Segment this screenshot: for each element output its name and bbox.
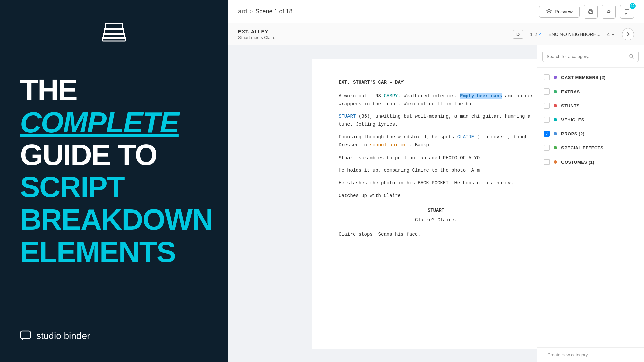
breadcrumb: ard > Scene 1 of 18 (238, 8, 539, 15)
scene-day-code[interactable]: D (513, 30, 523, 39)
scene-info: EXT. ALLEY Stuart meets Claire. (238, 28, 506, 40)
category-item-extras[interactable]: EXTRAS (537, 84, 644, 99)
category-search-area (537, 45, 644, 68)
script-para-1: A worn-out, '93 CAMRY. Weathered interio… (339, 92, 533, 108)
create-new-category[interactable]: + Create new category... (537, 347, 644, 362)
studiobinder-logo-icon (97, 20, 131, 47)
script-para-4: Stuart scrambles to pull out an aged PHO… (339, 154, 533, 162)
cast-members-label: CAST MEMBERS (2) (561, 75, 637, 80)
print-icon (588, 9, 594, 15)
left-panel: THE COMPLETE GUIDE TO SCRIPT BREAKDOWN E… (0, 0, 228, 362)
print-button[interactable] (584, 5, 598, 19)
script-para1-middle: . Weathered interior. (398, 93, 460, 99)
comment-button[interactable]: 12 (620, 5, 634, 19)
script-para3-before: Focusing through the windshield, he spot… (339, 134, 457, 140)
scene-page-count: 4 (607, 32, 615, 37)
chevron-right-icon (626, 32, 630, 37)
svg-rect-4 (21, 331, 30, 339)
top-actions: Preview 12 (539, 5, 634, 19)
script-para3-end: . Backp (409, 142, 429, 148)
top-bar: ard > Scene 1 of 18 Preview (228, 0, 644, 23)
script-para-8: Claire stops. Scans his face. (339, 231, 533, 239)
search-box[interactable] (542, 51, 639, 62)
extras-checkbox[interactable] (544, 88, 550, 95)
vehicles-checkbox[interactable] (544, 117, 550, 123)
brand-icon (20, 330, 32, 342)
next-scene-button[interactable] (622, 28, 634, 40)
logo-area (20, 20, 208, 47)
headline-breakdown: BREAKDOWN (20, 203, 213, 236)
headline-guide: GUIDE TO (20, 139, 213, 171)
stunts-label: STUNTS (561, 103, 637, 108)
category-item-cast-members[interactable]: CAST MEMBERS (2) (537, 70, 644, 84)
costumes-checkbox[interactable] (544, 159, 550, 165)
extras-label: EXTRAS (561, 89, 637, 94)
breadcrumb-separator: > (250, 9, 253, 15)
script-scene-heading: EXT. STUART'S CAR – DAY (339, 79, 533, 87)
breadcrumb-board: ard (238, 8, 247, 15)
character-cue-stuart: STUART (339, 207, 533, 215)
special-effects-label: SPECIAL EFFECTS (561, 145, 637, 150)
props-label: PROPS (2) (561, 131, 637, 136)
category-item-special-effects[interactable]: SPECIAL EFFECTS (537, 141, 644, 155)
costumes-dot (554, 160, 557, 164)
headline-complete: COMPLETE (20, 106, 213, 139)
stunts-dot (554, 104, 557, 107)
headline-script: SCRIPT (20, 171, 213, 203)
special-effects-checkbox[interactable] (544, 145, 550, 151)
scene-description: Stuart meets Claire. (238, 35, 506, 40)
category-dropdown-panel: CAST MEMBERS (2) EXTRAS STUNTS (537, 45, 644, 362)
right-panel: ard > Scene 1 of 18 Preview (228, 0, 644, 362)
content-area: EXT. STUART'S CAR – DAY A worn-out, '93 … (228, 45, 644, 362)
page-count-chevron (611, 32, 615, 36)
script-para-6: He stashes the photo in his BACK POCKET.… (339, 179, 533, 187)
camry-link[interactable]: CAMRY (384, 93, 398, 99)
claire-link[interactable]: CLAIRE (457, 134, 474, 140)
headline-the: THE (20, 74, 213, 106)
page-1[interactable]: 1 (530, 32, 533, 37)
brand-footer: studio binder (20, 330, 90, 342)
comment-badge: 12 (630, 3, 636, 9)
link-icon (606, 9, 612, 15)
svg-rect-8 (589, 12, 592, 13)
stuart-link[interactable]: STUART (339, 114, 356, 119)
preview-button[interactable]: Preview (539, 6, 580, 18)
props-dot (554, 132, 557, 135)
brand-name: studio binder (36, 330, 90, 341)
cast-members-dot (554, 76, 557, 79)
preview-label: Preview (555, 9, 573, 14)
headline: THE COMPLETE GUIDE TO SCRIPT BREAKDOWN E… (20, 74, 213, 268)
script-para-7: Catches up with Claire. (339, 192, 533, 200)
vehicles-dot (554, 118, 557, 121)
svg-point-9 (591, 11, 592, 12)
scene-location-full: ENCINO NEIGHBORH... (548, 32, 600, 37)
category-list: CAST MEMBERS (2) EXTRAS STUNTS (537, 68, 644, 347)
headline-elements: ELEMENTS (20, 236, 213, 268)
stunts-checkbox[interactable] (544, 103, 550, 109)
category-item-props[interactable]: PROPS (2) (537, 127, 644, 141)
page-2[interactable]: 2 (535, 32, 537, 37)
script-para-3: Focusing through the windshield, he spot… (339, 133, 533, 149)
cast-members-checkbox[interactable] (544, 74, 550, 80)
scene-header: EXT. ALLEY Stuart meets Claire. D 1 2 4 … (228, 23, 644, 45)
category-item-costumes[interactable]: COSTUMES (1) (537, 155, 644, 169)
special-effects-dot (554, 146, 557, 149)
svg-line-11 (632, 57, 634, 58)
scene-pages: 1 2 4 (530, 32, 542, 37)
uniform-link[interactable]: school uniform (370, 142, 409, 148)
scene-location: EXT. ALLEY (238, 28, 506, 34)
category-search-input[interactable] (547, 54, 626, 59)
link-button[interactable] (602, 5, 616, 19)
costumes-label: COSTUMES (1) (561, 160, 637, 165)
script-content: EXT. STUART'S CAR – DAY A worn-out, '93 … (312, 59, 560, 349)
search-icon (629, 54, 634, 59)
script-para-5: He holds it up, comparing Claire to the … (339, 167, 533, 175)
extras-dot (554, 90, 557, 93)
comment-icon (624, 9, 630, 15)
props-checkbox[interactable] (544, 131, 550, 137)
category-item-vehicles[interactable]: VEHICLES (537, 113, 644, 127)
svg-point-10 (630, 54, 633, 57)
category-item-stunts[interactable]: STUNTS (537, 99, 644, 113)
script-para-2: STUART (36), unwitting but well-meaning,… (339, 113, 533, 129)
page-4[interactable]: 4 (539, 32, 542, 37)
